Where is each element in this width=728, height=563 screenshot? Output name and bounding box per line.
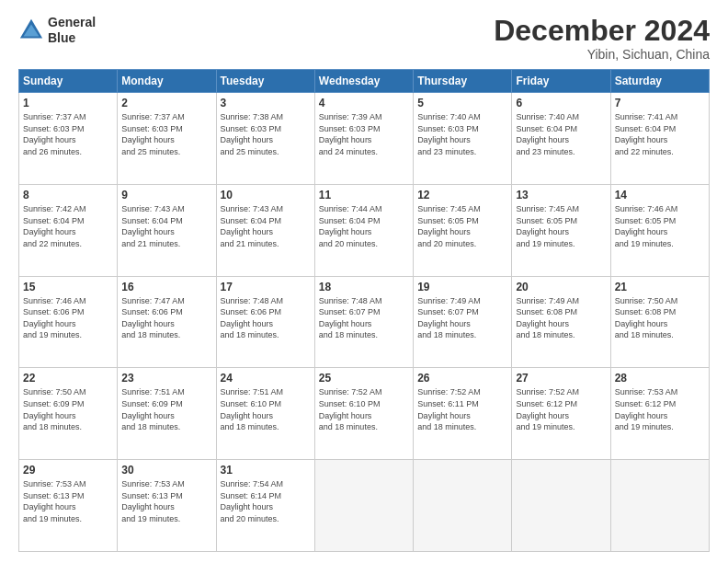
- col-monday: Monday: [118, 70, 216, 93]
- day-info: Sunrise: 7:43 AM Sunset: 6:04 PM Dayligh…: [121, 203, 211, 249]
- day-info: Sunrise: 7:50 AM Sunset: 6:08 PM Dayligh…: [615, 295, 705, 341]
- day-number: 10: [221, 189, 311, 201]
- day-info: Sunrise: 7:49 AM Sunset: 6:07 PM Dayligh…: [417, 295, 507, 341]
- col-thursday: Thursday: [414, 70, 512, 93]
- calendar-cell: 23 Sunrise: 7:51 AM Sunset: 6:09 PM Dayl…: [118, 368, 216, 460]
- day-number: 24: [221, 372, 311, 385]
- calendar-cell: 27 Sunrise: 7:52 AM Sunset: 6:12 PM Dayl…: [512, 368, 610, 460]
- day-info: Sunrise: 7:45 AM Sunset: 6:05 PM Dayligh…: [417, 203, 507, 249]
- day-info: Sunrise: 7:40 AM Sunset: 6:04 PM Dayligh…: [516, 111, 606, 157]
- calendar-cell: 26 Sunrise: 7:52 AM Sunset: 6:11 PM Dayl…: [414, 368, 512, 460]
- col-tuesday: Tuesday: [216, 70, 314, 93]
- logo-icon: [18, 17, 44, 43]
- day-info: Sunrise: 7:52 AM Sunset: 6:10 PM Dayligh…: [319, 386, 409, 432]
- calendar-cell: 18 Sunrise: 7:48 AM Sunset: 6:07 PM Dayl…: [314, 276, 413, 368]
- day-number: 27: [516, 372, 606, 385]
- calendar-cell: 25 Sunrise: 7:52 AM Sunset: 6:10 PM Dayl…: [314, 368, 413, 460]
- day-number: 9: [121, 189, 211, 201]
- page: General Blue December 2024 Yibin, Sichua…: [0, 0, 728, 563]
- calendar-cell: 14 Sunrise: 7:46 AM Sunset: 6:05 PM Dayl…: [610, 184, 709, 276]
- calendar-week-5: 29 Sunrise: 7:53 AM Sunset: 6:13 PM Dayl…: [19, 460, 710, 552]
- day-number: 25: [319, 372, 409, 385]
- calendar-cell: 16 Sunrise: 7:47 AM Sunset: 6:06 PM Dayl…: [118, 276, 216, 368]
- day-info: Sunrise: 7:38 AM Sunset: 6:03 PM Dayligh…: [221, 111, 311, 157]
- day-info: Sunrise: 7:50 AM Sunset: 6:09 PM Dayligh…: [23, 386, 113, 432]
- calendar-cell: 9 Sunrise: 7:43 AM Sunset: 6:04 PM Dayli…: [118, 184, 216, 276]
- calendar-cell: 4 Sunrise: 7:39 AM Sunset: 6:03 PM Dayli…: [314, 93, 413, 185]
- calendar-cell: 30 Sunrise: 7:53 AM Sunset: 6:13 PM Dayl…: [118, 460, 216, 552]
- day-number: 6: [516, 97, 606, 109]
- logo: General Blue: [18, 15, 96, 46]
- day-number: 21: [615, 281, 705, 293]
- calendar-cell: 21 Sunrise: 7:50 AM Sunset: 6:08 PM Dayl…: [610, 276, 709, 368]
- calendar-cell: 13 Sunrise: 7:45 AM Sunset: 6:05 PM Dayl…: [512, 184, 610, 276]
- calendar-cell: 6 Sunrise: 7:40 AM Sunset: 6:04 PM Dayli…: [512, 93, 610, 185]
- calendar-cell: 2 Sunrise: 7:37 AM Sunset: 6:03 PM Dayli…: [118, 93, 216, 185]
- day-info: Sunrise: 7:52 AM Sunset: 6:11 PM Dayligh…: [417, 386, 507, 432]
- day-info: Sunrise: 7:51 AM Sunset: 6:09 PM Dayligh…: [121, 386, 211, 432]
- calendar-week-3: 15 Sunrise: 7:46 AM Sunset: 6:06 PM Dayl…: [19, 276, 710, 368]
- day-info: Sunrise: 7:42 AM Sunset: 6:04 PM Dayligh…: [23, 203, 113, 249]
- day-info: Sunrise: 7:49 AM Sunset: 6:08 PM Dayligh…: [516, 295, 606, 341]
- day-info: Sunrise: 7:37 AM Sunset: 6:03 PM Dayligh…: [121, 111, 211, 157]
- day-number: 26: [417, 372, 507, 385]
- calendar-cell: 29 Sunrise: 7:53 AM Sunset: 6:13 PM Dayl…: [19, 460, 118, 552]
- calendar-cell: 20 Sunrise: 7:49 AM Sunset: 6:08 PM Dayl…: [512, 276, 610, 368]
- day-number: 5: [417, 97, 507, 109]
- day-number: 3: [221, 97, 311, 109]
- day-info: Sunrise: 7:39 AM Sunset: 6:03 PM Dayligh…: [319, 111, 409, 157]
- day-info: Sunrise: 7:46 AM Sunset: 6:05 PM Dayligh…: [615, 203, 705, 249]
- day-number: 2: [121, 97, 211, 109]
- day-number: 28: [615, 372, 705, 385]
- calendar-cell: 5 Sunrise: 7:40 AM Sunset: 6:03 PM Dayli…: [414, 93, 512, 185]
- calendar-cell: 17 Sunrise: 7:48 AM Sunset: 6:06 PM Dayl…: [216, 276, 314, 368]
- logo-text: General Blue: [48, 15, 96, 46]
- day-info: Sunrise: 7:45 AM Sunset: 6:05 PM Dayligh…: [516, 203, 606, 249]
- day-info: Sunrise: 7:48 AM Sunset: 6:06 PM Dayligh…: [221, 295, 311, 341]
- calendar-cell: 8 Sunrise: 7:42 AM Sunset: 6:04 PM Dayli…: [19, 184, 118, 276]
- day-number: 11: [319, 189, 409, 201]
- calendar-cell: 31 Sunrise: 7:54 AM Sunset: 6:14 PM Dayl…: [216, 460, 314, 552]
- day-info: Sunrise: 7:44 AM Sunset: 6:04 PM Dayligh…: [319, 203, 409, 249]
- day-number: 16: [121, 281, 211, 293]
- calendar-cell: [610, 460, 709, 552]
- calendar-cell: 3 Sunrise: 7:38 AM Sunset: 6:03 PM Dayli…: [216, 93, 314, 185]
- day-info: Sunrise: 7:40 AM Sunset: 6:03 PM Dayligh…: [417, 111, 507, 157]
- day-number: 29: [23, 464, 113, 477]
- calendar-week-2: 8 Sunrise: 7:42 AM Sunset: 6:04 PM Dayli…: [19, 184, 710, 276]
- col-wednesday: Wednesday: [314, 70, 413, 93]
- calendar-cell: [314, 460, 413, 552]
- day-number: 4: [319, 97, 409, 109]
- calendar-cell: 11 Sunrise: 7:44 AM Sunset: 6:04 PM Dayl…: [314, 184, 413, 276]
- day-number: 14: [615, 189, 705, 201]
- day-info: Sunrise: 7:47 AM Sunset: 6:06 PM Dayligh…: [121, 295, 211, 341]
- day-info: Sunrise: 7:43 AM Sunset: 6:04 PM Dayligh…: [221, 203, 311, 249]
- calendar-week-1: 1 Sunrise: 7:37 AM Sunset: 6:03 PM Dayli…: [19, 93, 710, 185]
- calendar-cell: 24 Sunrise: 7:51 AM Sunset: 6:10 PM Dayl…: [216, 368, 314, 460]
- day-number: 23: [121, 372, 211, 385]
- day-number: 13: [516, 189, 606, 201]
- day-number: 19: [417, 281, 507, 293]
- day-info: Sunrise: 7:54 AM Sunset: 6:14 PM Dayligh…: [221, 478, 311, 524]
- calendar-cell: [414, 460, 512, 552]
- day-number: 17: [221, 281, 311, 293]
- day-info: Sunrise: 7:46 AM Sunset: 6:06 PM Dayligh…: [23, 295, 113, 341]
- col-saturday: Saturday: [610, 70, 709, 93]
- day-number: 8: [23, 189, 113, 201]
- day-number: 31: [221, 464, 311, 477]
- day-number: 30: [121, 464, 211, 477]
- day-info: Sunrise: 7:41 AM Sunset: 6:04 PM Dayligh…: [615, 111, 705, 157]
- location: Yibin, Sichuan, China: [494, 47, 710, 62]
- day-info: Sunrise: 7:37 AM Sunset: 6:03 PM Dayligh…: [23, 111, 113, 157]
- calendar-cell: 10 Sunrise: 7:43 AM Sunset: 6:04 PM Dayl…: [216, 184, 314, 276]
- day-info: Sunrise: 7:53 AM Sunset: 6:13 PM Dayligh…: [121, 478, 211, 524]
- day-info: Sunrise: 7:48 AM Sunset: 6:07 PM Dayligh…: [319, 295, 409, 341]
- month-title: December 2024: [494, 15, 710, 47]
- col-sunday: Sunday: [19, 70, 118, 93]
- day-number: 20: [516, 281, 606, 293]
- day-info: Sunrise: 7:52 AM Sunset: 6:12 PM Dayligh…: [516, 386, 606, 432]
- day-number: 1: [23, 97, 113, 109]
- calendar-cell: 12 Sunrise: 7:45 AM Sunset: 6:05 PM Dayl…: [414, 184, 512, 276]
- header: General Blue December 2024 Yibin, Sichua…: [18, 15, 710, 62]
- day-info: Sunrise: 7:53 AM Sunset: 6:13 PM Dayligh…: [23, 478, 113, 524]
